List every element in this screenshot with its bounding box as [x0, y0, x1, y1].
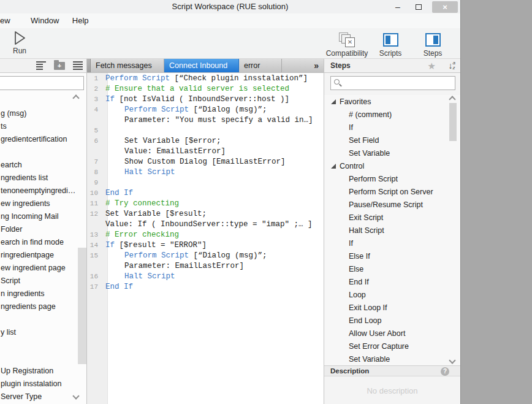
minimize-button[interactable]: – — [390, 1, 405, 13]
sidebar-scrollbar-thumb[interactable] — [78, 248, 86, 364]
sidebar-script-item[interactable]: ng Incoming Mail — [0, 210, 77, 223]
code-line[interactable]: 8Halt Script — [87, 167, 324, 178]
code-line[interactable]: 15Perform Script [“Dialog (msg)”; — [87, 251, 324, 261]
steps-item-label: Allow User Abort — [349, 329, 405, 338]
sidebar-script-item[interactable]: ew ingredients — [0, 197, 77, 210]
code-line[interactable]: 7Show Custom Dialog [EmailLastError] — [87, 157, 324, 167]
steps-item[interactable]: Exit Loop If — [324, 301, 460, 314]
favorites-star-icon[interactable]: ★ — [428, 59, 436, 73]
code-line[interactable]: 11# Try connecting — [87, 199, 324, 209]
list-view-icon[interactable] — [36, 61, 46, 70]
code-line[interactable]: Value: If ( InboundServer::type = "imap"… — [87, 219, 324, 230]
steps-item-label: Set Variable — [349, 355, 390, 364]
code-line[interactable]: Value: EmailLastError] — [87, 147, 324, 157]
sidebar-script-item[interactable]: Server Type — [0, 391, 77, 403]
script-search-input[interactable] — [0, 76, 84, 90]
steps-item[interactable]: End Loop — [324, 314, 460, 327]
menubar: ew Window Help — [0, 13, 460, 28]
tab-connect-inbound[interactable]: Connect Inbound — [164, 59, 239, 72]
steps-item[interactable]: Else — [324, 262, 460, 275]
code-line[interactable]: 9 — [87, 178, 324, 188]
code-segment: Show Custom Dialog [EmailLastError] — [124, 158, 286, 166]
code-editor[interactable]: 1Perform Script [“Check plugin insstalat… — [87, 73, 324, 404]
sort-az-icon[interactable]: ↓ az — [449, 60, 455, 71]
code-segment: Halt Script — [124, 168, 175, 177]
code-line[interactable]: 1Perform Script [“Check plugin insstalat… — [87, 74, 324, 84]
code-line[interactable]: 10End If — [87, 188, 324, 199]
steps-group-header[interactable]: Control — [324, 159, 460, 172]
sidebar-script-item[interactable]: ew ingredient page — [0, 262, 77, 275]
menu-item-view[interactable]: ew — [0, 13, 10, 28]
sidebar-script-item[interactable]: Folder — [0, 223, 77, 236]
disclosure-triangle-icon[interactable] — [331, 164, 336, 169]
run-label: Run — [10, 47, 29, 55]
code-segment: Perform Script — [105, 74, 170, 83]
sidebar-script-item[interactable]: ts — [0, 120, 77, 133]
steps-item[interactable]: Perform Script on Server — [324, 185, 460, 198]
code-line[interactable]: 5 — [87, 126, 324, 136]
sidebar-script-item[interactable]: Script — [0, 275, 77, 288]
code-line[interactable]: 3If [not IsValid ( InboundServer::host )… — [87, 94, 324, 105]
steps-item[interactable]: If — [324, 121, 460, 134]
steps-group-header[interactable]: Favorites — [324, 95, 460, 108]
sidebar-script-item[interactable]: Up Registration — [0, 365, 77, 378]
menu-item-help[interactable]: Help — [72, 13, 89, 28]
tab-error[interactable]: error — [239, 59, 282, 72]
scroll-up-icon[interactable] — [72, 94, 79, 101]
steps-pane-toggle-button[interactable]: Steps — [418, 31, 447, 58]
steps-item[interactable]: # (comment) — [324, 108, 460, 121]
code-line[interactable]: 2# Ensure that a valid server is selecte… — [87, 84, 324, 94]
steps-item[interactable]: Set Variable — [324, 353, 460, 365]
code-line[interactable]: 12Set Variable [$result; — [87, 209, 324, 219]
help-icon[interactable]: ? — [441, 367, 449, 376]
disclosure-triangle-icon[interactable] — [331, 99, 336, 104]
steps-item[interactable]: Set Variable — [324, 147, 460, 159]
line-number — [87, 147, 103, 157]
steps-scrollbar-thumb[interactable] — [449, 103, 457, 141]
sidebar-script-item[interactable]: earch in find mode — [0, 236, 77, 249]
code-line[interactable]: Parameter: "You must specify a valid in…… — [87, 115, 324, 126]
maximize-button[interactable] — [411, 4, 426, 10]
code-segment: Parameter: "You must specify a valid in…… — [124, 116, 313, 124]
close-button[interactable]: × — [432, 1, 458, 13]
sidebar-script-item[interactable]: y list — [0, 326, 77, 339]
code-line[interactable]: 14If [$result = "ERROR"] — [87, 240, 324, 251]
sidebar-script-item[interactable]: tenoneemptyingredi… — [0, 185, 77, 197]
sidebar-script-item[interactable]: n ingredients — [0, 288, 77, 300]
code-line[interactable]: 16Halt Script — [87, 272, 324, 282]
sidebar-script-item[interactable]: eartch — [0, 159, 77, 172]
steps-item[interactable]: Allow User Abort — [324, 327, 460, 340]
code-line[interactable]: 6Set Variable [$error; — [87, 136, 324, 147]
code-line[interactable]: 4Perform Script [“Dialog (msg)”; — [87, 105, 324, 115]
sidebar-script-item[interactable]: g (msg) — [0, 107, 77, 120]
sidebar-script-item[interactable]: ringredientpage — [0, 249, 77, 262]
scripts-pane-toggle-button[interactable]: Scripts — [375, 31, 406, 58]
sidebar-script-item[interactable]: plugin insstalation — [0, 378, 77, 391]
sidebar-script-item[interactable]: ngredients page — [0, 300, 77, 313]
sidebar-script-item — [0, 313, 77, 326]
menu-icon[interactable] — [73, 61, 83, 70]
steps-item[interactable]: Loop — [324, 288, 460, 301]
steps-item[interactable]: Else If — [324, 250, 460, 262]
steps-item[interactable]: Pause/Resume Script — [324, 198, 460, 211]
code-line[interactable]: Parameter: EmailLastError] — [87, 261, 324, 272]
steps-search-input[interactable] — [330, 76, 455, 90]
run-button[interactable]: Run — [10, 30, 29, 55]
tab-overflow-icon[interactable]: » — [309, 59, 324, 72]
compatibility-button[interactable]: ✕ Compatibility — [325, 31, 369, 58]
new-folder-icon[interactable]: + — [54, 62, 65, 70]
steps-item[interactable]: End If — [324, 275, 460, 288]
code-line[interactable]: 13# Error checking — [87, 230, 324, 240]
steps-item[interactable]: Set Field — [324, 134, 460, 147]
steps-item[interactable]: Halt Script — [324, 224, 460, 237]
scripts-pane-icon — [383, 33, 398, 47]
steps-item[interactable]: Exit Script — [324, 211, 460, 224]
sidebar-script-item[interactable]: ngredients list — [0, 172, 77, 185]
menu-item-window[interactable]: Window — [31, 13, 59, 28]
steps-item[interactable]: Set Error Capture — [324, 340, 460, 353]
sidebar-script-item[interactable]: gredientcertification — [0, 133, 77, 146]
tab-fetch-messages[interactable]: Fetch messages — [91, 59, 164, 72]
code-line[interactable]: 17End If — [87, 282, 324, 292]
steps-item[interactable]: If — [324, 237, 460, 250]
steps-item[interactable]: Perform Script — [324, 172, 460, 185]
